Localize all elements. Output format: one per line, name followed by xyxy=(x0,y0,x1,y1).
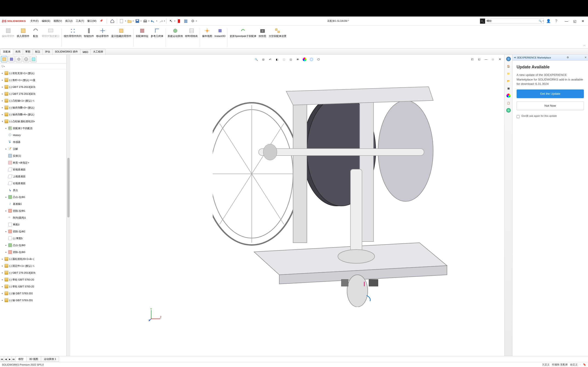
mdi-float-icon[interactable]: ◱ xyxy=(476,56,482,62)
update-speedpak-button[interactable]: 更新Speedpak子装配体 xyxy=(229,27,257,48)
panel-close-icon[interactable]: ✕ xyxy=(585,56,587,59)
tree-item[interactable]: ▸📝注解 xyxy=(0,145,66,152)
panel-chevron-icon[interactable]: ≪ xyxy=(514,56,516,59)
move-component-button[interactable]: 移动零部件 xyxy=(95,27,110,48)
tree-item[interactable]: (-) 草图5 xyxy=(0,235,66,242)
panel-settings-icon[interactable]: ⚙ xyxy=(567,56,569,59)
minimize-icon[interactable]: — xyxy=(563,18,570,24)
user-icon[interactable]: 👤 xyxy=(545,18,552,24)
tree-item[interactable]: ▸(-) GB/T 276-2013[深沟 xyxy=(0,269,66,276)
mdi-close-icon[interactable]: ✕ xyxy=(497,56,503,62)
tree-item[interactable]: ▸(-) 圆柱齿轮20×1<4> ( xyxy=(0,256,66,262)
print-icon[interactable] xyxy=(142,18,148,24)
menu-tools[interactable]: 工具(T) xyxy=(74,18,86,24)
open-icon[interactable] xyxy=(126,18,133,24)
tab-评估[interactable]: 评估 xyxy=(43,49,52,54)
tree-item[interactable]: 实体(1) xyxy=(0,152,66,159)
new-motion-study-button[interactable]: 新建运动算例 xyxy=(167,27,184,48)
feature-tree[interactable]: ▸(-) 前轮支架<1> (默认)▸(-) 推杆<1> (默认) <<显▸(-)… xyxy=(0,69,66,356)
menu-insert[interactable]: 插入(I) xyxy=(64,18,74,24)
tab-nav-next-icon[interactable]: ▶ xyxy=(8,357,12,362)
tab-nav-prev-icon[interactable]: ◀ xyxy=(4,357,8,362)
tree-item[interactable]: 🕘History xyxy=(0,132,66,139)
tree-item[interactable]: ⁘阵列(圆周)1 xyxy=(0,214,66,221)
rebuild-icon[interactable] xyxy=(176,18,182,24)
select-icon[interactable]: ↖ xyxy=(168,18,174,24)
view-palette-tab-icon[interactable]: ▦ xyxy=(506,85,511,91)
tab-MBD[interactable]: MBD xyxy=(80,50,91,54)
tree-item[interactable]: ▸(-) 带轮 GB/T 5783-20 xyxy=(0,283,66,290)
tree-item[interactable]: ▾(-) 凸轮轴 圆柱齿轮20× xyxy=(0,118,66,125)
forum-tab-icon[interactable] xyxy=(506,107,511,113)
tree-filter[interactable]: ▽ ▾ xyxy=(0,64,66,69)
tree-item[interactable]: ▸凸台-拉伸3 xyxy=(0,242,66,249)
feature-tree-tab-icon[interactable] xyxy=(1,56,7,62)
tab-nav-first-icon[interactable]: ⏮ xyxy=(0,357,4,362)
tree-item[interactable]: ▸切除-拉伸3 xyxy=(0,249,66,256)
dont-ask-checkbox[interactable] xyxy=(517,115,519,118)
get-update-button[interactable]: Get the Update xyxy=(517,90,584,98)
new-icon[interactable] xyxy=(119,18,125,24)
design-library-tab-icon[interactable]: 📁 xyxy=(506,71,511,77)
not-now-button[interactable]: Not Now xyxy=(517,101,584,110)
dont-ask-checkbox-row[interactable]: Don抰 ask again for this update xyxy=(517,114,584,118)
tree-item[interactable]: 📡传感器 xyxy=(0,139,66,145)
mate-button[interactable]: 配合 xyxy=(31,27,40,48)
tree-item[interactable]: 前视基准面 xyxy=(0,166,66,173)
display-manager-tab-icon[interactable] xyxy=(30,56,37,62)
snapshot-button[interactable]: 拍快照 xyxy=(258,27,267,48)
instant3d-button[interactable]: Instant3D xyxy=(214,27,226,48)
ribbon-collapse-icon[interactable]: ︿ xyxy=(583,44,586,47)
assembly-features-button[interactable]: 装配体特征 xyxy=(135,27,149,48)
tree-item[interactable]: ▸凸台-拉伸1 xyxy=(0,194,66,200)
menu-edit[interactable]: 编辑(E) xyxy=(40,18,52,24)
tab-nav-last-icon[interactable]: ⏭ xyxy=(11,357,16,362)
close-icon[interactable]: ✕ xyxy=(580,18,586,24)
tree-scrollbar[interactable] xyxy=(67,55,70,356)
menu-view[interactable]: 视图(V) xyxy=(52,18,63,24)
tab-大工程师[interactable]: 大工程师 xyxy=(90,49,106,54)
tree-item[interactable]: ▸(-) 轴承挡圈<4> (默认) xyxy=(0,111,66,118)
menu-window[interactable]: 窗口(W) xyxy=(86,18,98,24)
home-icon[interactable] xyxy=(109,18,115,24)
mdi-maximize-icon[interactable]: □ xyxy=(490,56,496,62)
tree-item[interactable]: ▸(-) GB/T 276-2013[深沟 xyxy=(0,83,66,90)
home-tab-icon[interactable]: 🏠 xyxy=(506,63,511,69)
configuration-manager-tab-icon[interactable] xyxy=(16,56,22,62)
search-icon[interactable]: 🔍 xyxy=(537,19,543,23)
reference-geometry-button[interactable]: 参考几何体 xyxy=(150,27,164,48)
tree-item[interactable]: ▸切除-拉伸2 xyxy=(0,228,66,235)
linear-pattern-button[interactable]: 线性零部件阵列 xyxy=(63,27,82,48)
tree-item[interactable]: ▸(-) 带轮 GB/T 5783-20 xyxy=(0,276,66,283)
tree-item[interactable]: ▸(-) 推杆<1> (默认) <<显 xyxy=(0,77,66,83)
save-icon[interactable] xyxy=(134,18,141,24)
tree-item[interactable]: 上视基准面 xyxy=(0,173,66,180)
bom-button[interactable]: 材料明细表 xyxy=(184,27,199,48)
tree-item[interactable]: ↳原点 xyxy=(0,187,66,194)
options-icon[interactable] xyxy=(183,18,189,24)
insert-components-button[interactable]: 插入零部件 xyxy=(16,27,30,48)
menu-pin-icon[interactable]: 📌 xyxy=(98,18,104,24)
3dexperience-tab-icon[interactable] xyxy=(506,56,511,62)
mdi-dock-icon[interactable]: ◰ xyxy=(469,56,476,62)
tab-装配体[interactable]: 装配体 xyxy=(0,49,13,54)
bottom-tab-模型[interactable]: 模型 xyxy=(15,357,26,362)
tree-item[interactable]: ▸⚇装配体1 中的配合 xyxy=(0,125,66,132)
tree-item[interactable]: ▸(-) 轴 GB/T 5783-201 xyxy=(0,297,66,304)
maximize-icon[interactable]: ◱ xyxy=(571,18,578,24)
tree-item[interactable]: ▸(-) 轴 GB/T 5783-201 xyxy=(0,290,66,297)
help-icon[interactable]: ? xyxy=(553,18,560,24)
show-hidden-button[interactable]: 显示隐藏的零部件 xyxy=(110,27,132,48)
orientation-triad[interactable]: Y Z X xyxy=(148,308,162,322)
scrollbar-thumb[interactable] xyxy=(67,158,69,217)
tab-SOLIDWORKS 插件[interactable]: SOLIDWORKS 插件 xyxy=(52,49,80,54)
dimxpert-tab-icon[interactable] xyxy=(23,56,29,62)
tree-item[interactable]: ▸(-) 固定件<1> (默认) <- xyxy=(0,262,66,269)
large-assembly-button[interactable]: 大型装配体设置 xyxy=(268,27,287,48)
tab-标注[interactable]: 标注 xyxy=(33,49,43,54)
file-explorer-tab-icon[interactable]: 📂 xyxy=(506,78,511,84)
smart-fasteners-button[interactable]: 智能扣件 xyxy=(83,27,95,48)
tree-item[interactable]: ▸(-) GB/T 276-2013[深沟 xyxy=(0,90,66,97)
tree-item[interactable]: 材质 <未指定> xyxy=(0,159,66,166)
tree-item[interactable]: 右视基准面 xyxy=(0,180,66,187)
